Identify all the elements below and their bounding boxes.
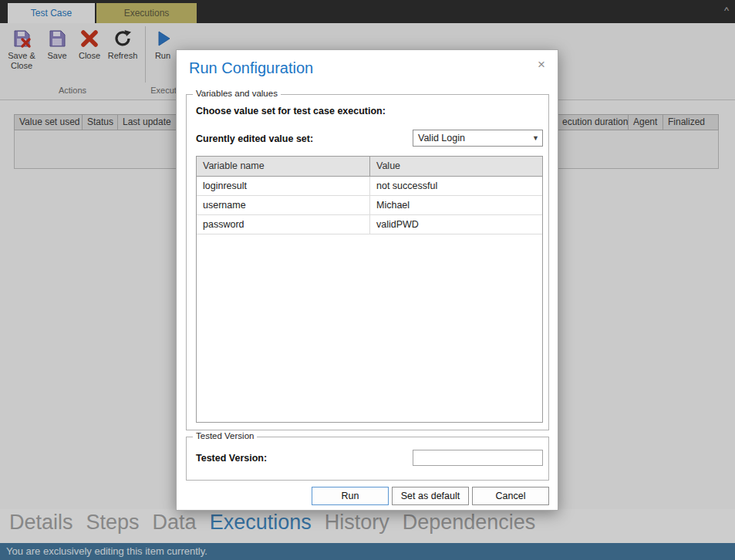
- value-set-selected: Valid Login: [413, 133, 529, 143]
- value-set-label: Curently edited value set:: [196, 133, 313, 144]
- chevron-down-icon: ▼: [529, 134, 542, 142]
- app-window: Test Case Executions ^ Save & Close: [0, 0, 735, 560]
- variable-name-cell: loginresult: [197, 177, 370, 195]
- variable-value-cell: not successful: [370, 177, 542, 195]
- value-set-instruction: Choose value set for test case execution…: [196, 106, 386, 116]
- table-row[interactable]: loginresult not successful: [197, 177, 542, 196]
- value-set-dropdown[interactable]: Valid Login ▼: [413, 130, 543, 147]
- run-dialog-button[interactable]: Run: [312, 487, 389, 505]
- tested-version-input[interactable]: [413, 450, 543, 466]
- variable-value-cell: Michael: [370, 196, 542, 214]
- dialog-close-icon[interactable]: ×: [533, 56, 550, 73]
- group-legend: Variables and values: [193, 89, 281, 98]
- variables-table: Variable name Value loginresult not succ…: [196, 156, 543, 423]
- group-legend: Tested Version: [193, 431, 257, 440]
- dialog-button-row: Run Set as default Cancel: [312, 487, 549, 505]
- set-as-default-button[interactable]: Set as default: [392, 487, 469, 505]
- variable-value-cell: validPWD: [370, 215, 542, 234]
- cancel-button[interactable]: Cancel: [472, 487, 549, 505]
- column-header-value[interactable]: Value: [370, 157, 542, 176]
- run-configuration-dialog: Run Configuration × Variables and values…: [176, 49, 558, 511]
- variable-name-cell: password: [197, 215, 370, 234]
- tested-version-label: Tested Version:: [196, 453, 267, 464]
- variables-and-values-group: Variables and values Choose value set fo…: [186, 94, 549, 430]
- column-header-variable-name[interactable]: Variable name: [197, 157, 370, 176]
- tested-version-group: Tested Version Tested Version:: [186, 437, 549, 481]
- dialog-title: Run Configuration: [189, 59, 313, 77]
- table-row[interactable]: username Michael: [197, 196, 542, 215]
- variables-table-header: Variable name Value: [197, 157, 542, 177]
- variable-name-cell: username: [197, 196, 370, 214]
- table-row[interactable]: password validPWD: [197, 215, 542, 234]
